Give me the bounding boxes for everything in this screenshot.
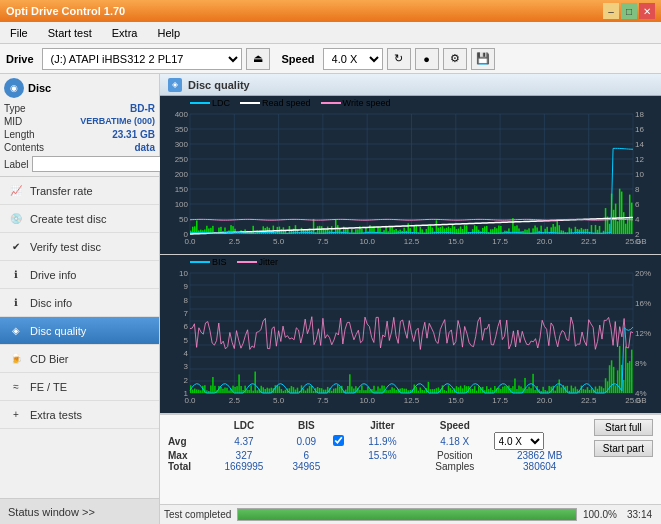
- sidebar-item-verify-test-disc[interactable]: ✔ Verify test disc: [0, 233, 159, 261]
- menu-file[interactable]: File: [4, 25, 34, 41]
- lower-chart-canvas: [160, 255, 661, 413]
- col-header-ldc: LDC: [208, 419, 280, 432]
- type-value: BD-R: [130, 103, 155, 114]
- upper-chart-legend: LDC Read speed Write speed: [190, 98, 390, 108]
- nav-label-disc-quality: Disc quality: [30, 325, 86, 337]
- lower-chart: BIS Jitter: [160, 255, 661, 414]
- action-buttons: Start full Start part: [590, 419, 653, 472]
- main-layout: ◉ Disc Type BD-R MID VERBATIMe (000) Len…: [0, 74, 661, 524]
- sidebar-item-disc-quality[interactable]: ◈ Disc quality: [0, 317, 159, 345]
- type-label: Type: [4, 103, 26, 114]
- minimize-button[interactable]: –: [603, 3, 619, 19]
- transfer-rate-icon: 📈: [8, 183, 24, 199]
- disc-fields: Type BD-R MID VERBATIMe (000) Length 23.…: [4, 102, 155, 172]
- speed-select[interactable]: 4.0 X 2.0 X 1.0 X: [323, 48, 383, 70]
- disc-quality-header-icon: ◈: [168, 78, 182, 92]
- upper-chart: LDC Read speed Write speed: [160, 96, 661, 255]
- speed-label: Speed: [282, 53, 315, 65]
- max-jitter: 15.5%: [349, 450, 416, 461]
- sidebar-item-fe-te[interactable]: ≈ FE / TE: [0, 373, 159, 401]
- legend-ldc: LDC: [190, 98, 230, 108]
- save-button[interactable]: 💾: [471, 48, 495, 70]
- col-header-speed: Speed: [416, 419, 494, 432]
- col-header-bis: BIS: [280, 419, 333, 432]
- row-label-max: Max: [168, 450, 208, 461]
- avg-bis: 0.09: [280, 432, 333, 450]
- progress-bar-outer: [237, 508, 577, 521]
- settings-button[interactable]: ⚙: [443, 48, 467, 70]
- nav-label-create-test-disc: Create test disc: [30, 213, 106, 225]
- legend-jitter-color: [237, 261, 257, 263]
- close-button[interactable]: ✕: [639, 3, 655, 19]
- legend-read-speed-color: [240, 102, 260, 104]
- max-ldc: 327: [208, 450, 280, 461]
- samples-label: Samples: [416, 461, 494, 472]
- legend-jitter-label: Jitter: [259, 257, 279, 267]
- cd-bier-icon: 🍺: [8, 351, 24, 367]
- nav-label-transfer-rate: Transfer rate: [30, 185, 93, 197]
- progress-percent: 100.0%: [583, 509, 621, 520]
- sidebar-item-transfer-rate[interactable]: 📈 Transfer rate: [0, 177, 159, 205]
- legend-bis: BIS: [190, 257, 227, 267]
- nav-label-disc-info: Disc info: [30, 297, 72, 309]
- sidebar-item-create-test-disc[interactable]: 💿 Create test disc: [0, 205, 159, 233]
- col-header-jitter: Jitter: [349, 419, 416, 432]
- fe-te-icon: ≈: [8, 379, 24, 395]
- burn-button[interactable]: ●: [415, 48, 439, 70]
- progress-bar-fill: [238, 509, 576, 520]
- nav-label-cd-bier: CD Bier: [30, 353, 69, 365]
- length-label: Length: [4, 129, 35, 140]
- nav-buttons: 📈 Transfer rate 💿 Create test disc ✔ Ver…: [0, 177, 159, 498]
- app-title: Opti Drive Control 1.70: [6, 5, 125, 17]
- drive-info-icon: ℹ: [8, 267, 24, 283]
- bottom-bar: Test completed 100.0% 33:14: [160, 504, 661, 524]
- sidebar-item-cd-bier[interactable]: 🍺 CD Bier: [0, 345, 159, 373]
- status-window-button[interactable]: Status window >>: [0, 498, 159, 524]
- menu-help[interactable]: Help: [151, 25, 186, 41]
- legend-write-speed-label: Write speed: [343, 98, 391, 108]
- position-label: Position: [416, 450, 494, 461]
- sidebar-item-drive-info[interactable]: ℹ Drive info: [0, 261, 159, 289]
- create-test-disc-icon: 💿: [8, 211, 24, 227]
- disc-length-row: Length 23.31 GB: [4, 128, 155, 141]
- samples-value: 380604: [494, 461, 586, 472]
- upper-chart-canvas: [160, 96, 661, 254]
- eject-button[interactable]: ⏏: [246, 48, 270, 70]
- menu-start-test[interactable]: Start test: [42, 25, 98, 41]
- mid-label: MID: [4, 116, 22, 127]
- drive-select[interactable]: (J:) ATAPI iHBS312 2 PL17: [42, 48, 242, 70]
- mid-value: VERBATIMe (000): [80, 116, 155, 127]
- length-value: 23.31 GB: [112, 129, 155, 140]
- start-part-button[interactable]: Start part: [594, 440, 653, 457]
- sidebar-item-disc-info[interactable]: ℹ Disc info: [0, 289, 159, 317]
- disc-info-section: ◉ Disc Type BD-R MID VERBATIMe (000) Len…: [0, 74, 159, 177]
- nav-label-drive-info: Drive info: [30, 269, 76, 281]
- speed-select-stats[interactable]: 4.0 X: [494, 432, 544, 450]
- refresh-button[interactable]: ↻: [387, 48, 411, 70]
- menu-extra[interactable]: Extra: [106, 25, 144, 41]
- status-window-label: Status window >>: [8, 506, 95, 518]
- charts-area: LDC Read speed Write speed: [160, 96, 661, 414]
- disc-quality-icon: ◈: [8, 323, 24, 339]
- stats-bar: LDC BIS Jitter Speed Avg 4.37 0: [160, 414, 661, 504]
- menu-bar: File Start test Extra Help: [0, 22, 661, 44]
- drive-label: Drive: [6, 53, 34, 65]
- right-panel: ◈ Disc quality LDC Read speed: [160, 74, 661, 524]
- legend-read-speed-label: Read speed: [262, 98, 311, 108]
- avg-jitter: 11.9%: [349, 432, 416, 450]
- label-input[interactable]: [32, 156, 165, 172]
- status-text: Test completed: [164, 509, 231, 520]
- position-value: 23862 MB: [494, 450, 586, 461]
- maximize-button[interactable]: □: [621, 3, 637, 19]
- stats-table: LDC BIS Jitter Speed Avg 4.37 0: [168, 419, 586, 472]
- toolbar: Drive (J:) ATAPI iHBS312 2 PL17 ⏏ Speed …: [0, 44, 661, 74]
- jitter-checkbox[interactable]: [333, 435, 344, 446]
- sidebar-item-extra-tests[interactable]: + Extra tests: [0, 401, 159, 429]
- nav-label-fe-te: FE / TE: [30, 381, 67, 393]
- start-full-button[interactable]: Start full: [594, 419, 653, 436]
- avg-speed: 4.18 X: [416, 432, 494, 450]
- lower-chart-legend: BIS Jitter: [190, 257, 278, 267]
- verify-test-disc-icon: ✔: [8, 239, 24, 255]
- disc-label-row: Label ✏: [4, 156, 155, 172]
- window-controls: – □ ✕: [603, 3, 655, 19]
